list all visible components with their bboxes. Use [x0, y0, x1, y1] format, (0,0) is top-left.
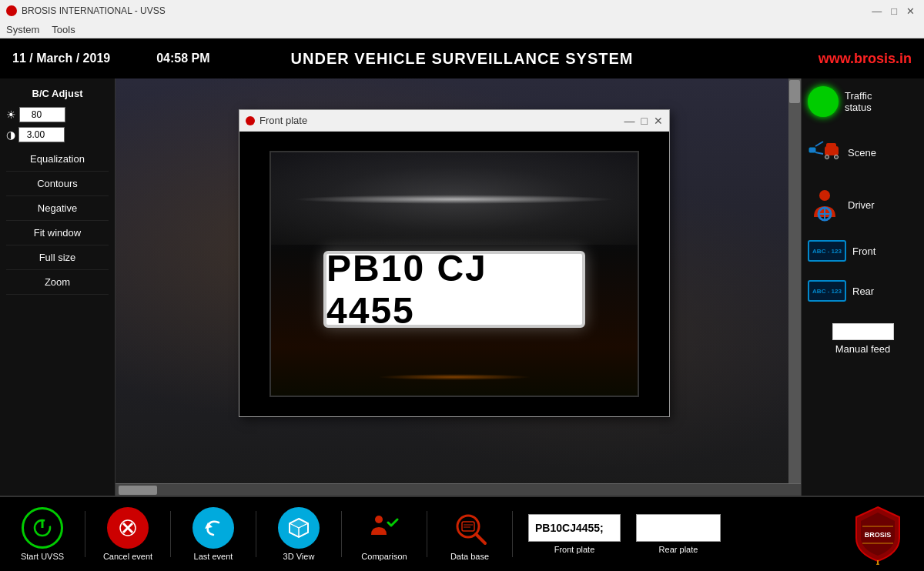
vertical-scrollbar[interactable]	[788, 78, 801, 483]
brosis-logo: BROSIS	[847, 503, 909, 565]
brightness-icon: ☀	[6, 109, 16, 121]
scene-item[interactable]: Scene	[808, 135, 918, 169]
popup-maximize[interactable]: □	[641, 115, 648, 127]
v-scrollbar-thumb[interactable]	[789, 80, 800, 103]
window-controls[interactable]: — □ ✕	[869, 5, 918, 17]
power-icon	[32, 517, 53, 539]
equalization-button[interactable]: Equalization	[6, 147, 109, 172]
svg-line-2	[815, 152, 823, 154]
manual-feed-label: Manual feed	[835, 343, 891, 355]
popup-title-bar: Front plate — □ ✕	[239, 110, 669, 132]
popup-title-left: Front plate	[246, 115, 307, 126]
rear-plate-input[interactable]	[636, 514, 721, 542]
manual-feed-input[interactable]	[832, 323, 894, 340]
front-plate-icon-item[interactable]: ABC - 123 Front	[808, 240, 918, 262]
svg-line-24	[476, 534, 485, 543]
driver-item[interactable]: Driver	[808, 188, 918, 222]
menu-system[interactable]: System	[6, 24, 39, 35]
last-event-label: Last event	[194, 552, 233, 561]
rear-plate-icon: ABC - 123	[808, 280, 846, 302]
right-panel: Trafficstatus Scene	[801, 78, 924, 496]
app-title: BROSIS INTERNATIONAL - UVSS	[22, 5, 166, 16]
manual-feed-section: Manual feed	[808, 323, 918, 355]
start-uvss-label: Start UVSS	[21, 552, 64, 561]
database-icon[interactable]	[449, 507, 490, 549]
scrollbar-thumb[interactable]	[119, 486, 157, 495]
popup-content: PB10 CJ 4455	[239, 132, 669, 416]
rear-plate-icon-item[interactable]: ABC - 123 Rear	[808, 280, 918, 302]
app-icon	[6, 5, 17, 16]
driver-svg	[808, 188, 842, 222]
brightness-row: ☀	[6, 107, 109, 122]
front-right-label: Front	[852, 245, 875, 257]
zoom-button[interactable]: Zoom	[6, 270, 109, 295]
3d-view-icon[interactable]	[278, 507, 320, 549]
comparison-button[interactable]: Comparison	[357, 507, 411, 561]
3d-icon	[286, 516, 311, 540]
start-uvss-button[interactable]: Start UVSS	[15, 507, 69, 561]
sep-1	[85, 511, 85, 557]
last-event-icon[interactable]	[192, 507, 234, 549]
svg-point-5	[825, 155, 829, 159]
center-video-area: Front plate — □ ✕ PB10 CJ 4455	[116, 78, 801, 496]
start-uvss-icon[interactable]	[22, 507, 63, 549]
popup-close[interactable]: ✕	[654, 115, 663, 127]
popup-minimize[interactable]: —	[624, 115, 635, 127]
cancel-icon	[117, 517, 139, 539]
svg-rect-4	[826, 143, 836, 148]
rear-right-label: Rear	[852, 286, 874, 297]
maximize-button[interactable]: □	[888, 5, 900, 17]
traffic-light-icon	[808, 86, 839, 117]
3d-view-button[interactable]: 3D View	[272, 507, 326, 561]
comparison-label: Comparison	[361, 552, 407, 561]
header: 11 / March / 2019 04:58 PM UNDER VEHICLE…	[0, 38, 924, 78]
popup-title-text: Front plate	[259, 115, 307, 126]
sep-4	[341, 511, 342, 557]
cancel-event-icon[interactable]	[107, 507, 149, 549]
svg-point-32	[876, 563, 879, 565]
bottom-reflection	[377, 374, 531, 380]
menu-tools[interactable]: Tools	[52, 24, 75, 35]
front-plate-label: Front plate	[554, 545, 595, 554]
negative-button[interactable]: Negative	[6, 196, 109, 221]
brightness-input[interactable]	[19, 107, 65, 122]
database-label: Data base	[450, 552, 489, 561]
traffic-status-item[interactable]: Trafficstatus	[808, 86, 918, 117]
front-plate-input[interactable]	[528, 514, 621, 542]
driver-label: Driver	[848, 199, 875, 211]
fit-window-button[interactable]: Fit window	[6, 221, 109, 245]
header-url[interactable]: www.brosis.in	[819, 51, 912, 67]
bottom-toolbar: Start UVSS Cancel event Last event	[0, 496, 924, 571]
svg-rect-0	[809, 148, 815, 152]
svg-point-7	[819, 190, 830, 201]
rear-plate-label: Rear plate	[659, 545, 698, 554]
close-button[interactable]: ✕	[903, 5, 918, 17]
full-size-button[interactable]: Full size	[6, 245, 109, 270]
last-event-button[interactable]: Last event	[186, 507, 240, 561]
undo-icon	[202, 516, 225, 539]
svg-text:BROSIS: BROSIS	[865, 531, 892, 539]
contrast-row: ◑	[6, 127, 109, 142]
contours-button[interactable]: Contours	[6, 172, 109, 196]
left-panel: B/C Adjust ☀ ◑ Equalization Contours Neg…	[0, 78, 116, 496]
front-plate-popup: Front plate — □ ✕ PB10 CJ 4455	[239, 109, 670, 417]
svg-rect-25	[462, 522, 474, 531]
minimize-button[interactable]: —	[869, 5, 885, 17]
cancel-event-button[interactable]: Cancel event	[101, 507, 155, 561]
svg-point-22	[375, 516, 383, 523]
menu-bar: System Tools	[0, 22, 924, 38]
database-button[interactable]: Data base	[443, 507, 497, 561]
scene-svg	[808, 135, 842, 169]
sep-2	[170, 511, 171, 557]
brosis-logo-svg: BROSIS	[847, 503, 909, 565]
plate-text: PB10 CJ 4455	[326, 247, 582, 332]
svg-point-6	[835, 155, 839, 159]
comparison-icon[interactable]	[363, 507, 405, 549]
svg-marker-17	[205, 523, 213, 529]
sep-3	[256, 511, 256, 557]
horizontal-scrollbar[interactable]	[116, 483, 801, 496]
contrast-input[interactable]	[18, 127, 65, 142]
popup-icon	[246, 116, 255, 125]
popup-controls[interactable]: — □ ✕	[624, 115, 663, 127]
bc-adjust-title: B/C Adjust	[32, 88, 83, 99]
